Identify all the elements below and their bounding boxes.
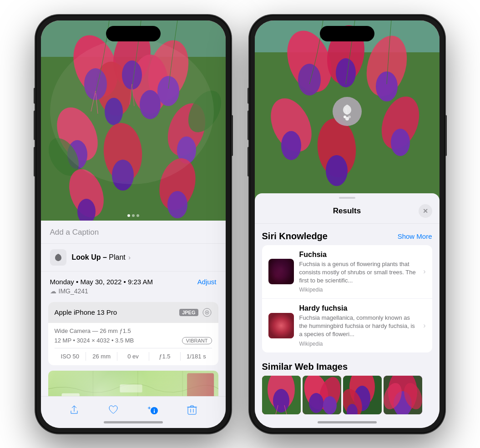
- svg-point-52: [391, 129, 410, 156]
- svg-point-54: [326, 155, 348, 186]
- phone-1: Add a Caption Look Up – Plant ›: [35, 15, 231, 433]
- knowledge-item-hardy[interactable]: Hardy fuchsia Fuchsia magellanica, commo…: [262, 299, 432, 352]
- svg-point-36: [154, 409, 155, 410]
- volume-down-button: [34, 147, 35, 176]
- trash-icon: [187, 404, 197, 415]
- device-header: Apple iPhone 13 Pro JPEG: [48, 302, 218, 323]
- device-body: Wide Camera — 26 mm ƒ1.5 12 MP • 3024 × …: [48, 323, 218, 365]
- info-button[interactable]: [147, 403, 159, 416]
- svg-point-50: [281, 131, 301, 160]
- svg-rect-37: [154, 410, 155, 413]
- heart-icon: [108, 404, 119, 415]
- vibrant-badge: VIBRANT: [182, 337, 212, 344]
- photo-area-1[interactable]: [41, 20, 226, 221]
- lookup-bold: Look Up –: [72, 253, 107, 261]
- phone-2: Results ✕ Siri Knowledge Show More: [249, 15, 445, 433]
- results-title: Results: [276, 206, 419, 216]
- fuchsia-thumb-image: [268, 259, 294, 284]
- share-button[interactable]: [68, 403, 81, 416]
- results-scroll[interactable]: Siri Knowledge Show More Fuchsia Fuchsia…: [255, 224, 440, 422]
- map-area[interactable]: [48, 371, 218, 396]
- exif-row: ISO 50 26 mm 0 ev ƒ1.5 1/181 s: [55, 348, 212, 361]
- fuchsia-thumbnail: [268, 259, 294, 284]
- lookup-text: Look Up – Plant ›: [72, 253, 131, 262]
- svg-point-64: [323, 396, 337, 414]
- web-thumb-1[interactable]: [262, 376, 301, 414]
- hardy-source: Wikipedia: [299, 341, 418, 347]
- hardy-chevron-icon: ›: [423, 322, 425, 330]
- show-more-button[interactable]: Show More: [398, 232, 432, 240]
- date-text: Monday • May 30, 2022 • 9:23 AM: [50, 278, 153, 286]
- visual-search-button[interactable]: [333, 97, 362, 126]
- web-thumb-svg-1: [262, 376, 301, 414]
- photo-dot: [136, 214, 139, 217]
- ev-value: 0 ev: [117, 352, 149, 361]
- format-badge: JPEG: [179, 309, 198, 316]
- mp-text: 12 MP • 3024 × 4032 • 3.5 MB: [55, 337, 134, 344]
- svg-point-63: [309, 393, 323, 413]
- photo-dots-2: [344, 116, 351, 118]
- visual-lookup-leaf-icon: [340, 103, 354, 116]
- svg-rect-38: [188, 407, 196, 414]
- results-header: Results ✕: [255, 201, 440, 224]
- web-thumb-3[interactable]: [343, 376, 382, 414]
- info-area-1: Add a Caption Look Up – Plant ›: [41, 221, 226, 396]
- map-overlay: [48, 371, 218, 396]
- svg-point-28: [50, 39, 214, 184]
- web-thumb-svg-3: [343, 376, 382, 414]
- cloud-icon: ☁: [50, 287, 56, 295]
- home-indicator-1: [104, 421, 163, 423]
- similar-web-title: Similar Web Images: [262, 362, 348, 372]
- volume-down-button-2: [248, 147, 249, 176]
- mute-button: [34, 88, 35, 104]
- flower-photo-2: [255, 20, 440, 202]
- fuchsia-desc: Fuchsia is a genus of flowering plants t…: [299, 260, 418, 285]
- lookup-plant: Plant: [109, 253, 125, 261]
- aperture-value: ƒ1.5: [149, 352, 181, 361]
- web-thumb-2[interactable]: [303, 376, 341, 414]
- phone-screen-2: Results ✕ Siri Knowledge Show More: [255, 20, 440, 428]
- similar-web-header: Similar Web Images: [255, 356, 440, 376]
- svg-point-48: [376, 71, 398, 101]
- lookup-row[interactable]: Look Up – Plant ›: [41, 244, 226, 272]
- photo-dots-1: [127, 214, 139, 217]
- volume-up-button: [34, 111, 35, 140]
- flower-photo-1: [41, 20, 226, 221]
- delete-button[interactable]: [186, 403, 198, 416]
- photo-dot: [132, 214, 135, 217]
- close-button[interactable]: ✕: [419, 204, 432, 218]
- mute-button-2: [248, 88, 249, 104]
- photo-dot: [344, 116, 346, 118]
- siri-knowledge-header: Siri Knowledge Show More: [255, 224, 440, 245]
- web-thumb-svg-2: [303, 376, 341, 414]
- photo-dot: [127, 214, 130, 217]
- leaf-icon: [53, 252, 63, 262]
- photo-dot: [348, 116, 351, 118]
- home-indicator-2: [318, 421, 377, 423]
- fuchsia-content: Fuchsia Fuchsia is a genus of flowering …: [299, 251, 418, 293]
- fuchsia-title: Fuchsia: [299, 251, 418, 259]
- date-row: Monday • May 30, 2022 • 9:23 AM Adjust ☁…: [41, 272, 226, 297]
- dynamic-island-2: [320, 26, 374, 41]
- sparkle-info-icon: [147, 404, 159, 416]
- knowledge-item-fuchsia[interactable]: Fuchsia Fuchsia is a genus of flowering …: [262, 245, 432, 299]
- photo-area-2: [255, 20, 440, 202]
- iso-value: ISO 50: [55, 352, 86, 361]
- caption-placeholder: Add a Caption: [50, 228, 99, 237]
- adjust-button[interactable]: Adjust: [197, 278, 217, 286]
- web-thumb-svg-4: [384, 376, 422, 414]
- hardy-title: Hardy fuchsia: [299, 304, 418, 312]
- caption-row[interactable]: Add a Caption: [41, 221, 226, 244]
- fuchsia-source: Wikipedia: [299, 287, 418, 293]
- web-thumb-4[interactable]: [384, 376, 422, 414]
- device-badges: JPEG: [179, 307, 212, 317]
- hardy-thumbnail: [268, 313, 294, 338]
- camera-spec: Wide Camera — 26 mm ƒ1.5: [55, 327, 212, 334]
- volume-up-button-2: [248, 111, 249, 140]
- fuchsia-chevron-icon: ›: [423, 267, 425, 276]
- close-icon: ✕: [423, 207, 428, 215]
- favorite-button[interactable]: [107, 403, 120, 416]
- visual-lookup-icon: [50, 249, 66, 266]
- svg-point-27: [167, 191, 187, 218]
- power-button: [231, 115, 233, 156]
